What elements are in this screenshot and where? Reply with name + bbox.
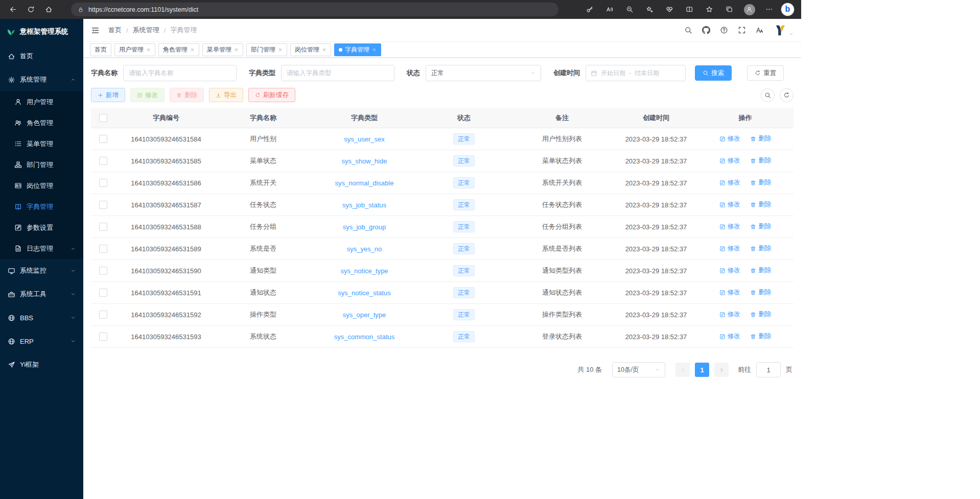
close-tab-icon[interactable] xyxy=(322,47,326,52)
dict-type-link[interactable]: sys_job_group xyxy=(343,223,386,231)
close-tab-icon[interactable] xyxy=(146,47,151,52)
edit-row-button[interactable]: 修改 xyxy=(719,222,740,231)
delete-row-button[interactable]: 删除 xyxy=(750,200,771,209)
sidebar-item-parameter-settings[interactable]: 参数设置 xyxy=(0,217,83,238)
sidebar-item-menu-management[interactable]: 菜单管理 xyxy=(0,133,83,154)
close-tab-icon[interactable] xyxy=(190,47,195,52)
page-number-current[interactable]: 1 xyxy=(695,363,709,377)
next-page-button[interactable] xyxy=(714,363,729,377)
refresh-cache-button[interactable]: 刷新缓存 xyxy=(248,88,295,102)
dict-name-input[interactable] xyxy=(123,65,237,81)
close-tab-icon[interactable] xyxy=(278,47,283,52)
select-all-checkbox[interactable] xyxy=(99,114,107,122)
search-button[interactable]: 搜索 xyxy=(695,65,732,81)
row-checkbox[interactable] xyxy=(99,332,107,341)
close-tab-icon[interactable] xyxy=(372,47,377,52)
search-icon[interactable] xyxy=(684,26,692,34)
dict-type-link[interactable]: sys_show_hide xyxy=(342,157,387,165)
sidebar-item-erp[interactable]: ERP xyxy=(0,329,83,353)
sidebar-item-log-management[interactable]: 日志管理 xyxy=(0,238,83,259)
help-icon[interactable] xyxy=(720,26,728,34)
dict-type-link[interactable]: sys_oper_type xyxy=(343,311,386,319)
edit-row-button[interactable]: 修改 xyxy=(719,288,740,297)
tab-role-management[interactable]: 角色管理 xyxy=(158,43,199,56)
row-checkbox[interactable] xyxy=(99,201,107,209)
prev-page-button[interactable] xyxy=(675,363,690,377)
sidebar-item-bbs[interactable]: BBS xyxy=(0,306,83,329)
sidebar-item-department-management[interactable]: 部门管理 xyxy=(0,154,83,175)
user-avatar-menu[interactable] xyxy=(774,23,794,37)
edit-row-button[interactable]: 修改 xyxy=(719,156,740,165)
delete-row-button[interactable]: 删除 xyxy=(750,310,771,319)
breadcrumb-home[interactable]: 首页 xyxy=(108,26,122,35)
row-checkbox[interactable] xyxy=(99,311,107,319)
sidebar-item-system-management[interactable]: 系统管理 xyxy=(0,68,83,91)
edit-row-button[interactable]: 修改 xyxy=(719,332,740,341)
browser-essentials-button[interactable] xyxy=(662,2,678,17)
browser-back-button[interactable] xyxy=(5,2,21,17)
add-button[interactable]: 新增 xyxy=(91,88,125,102)
sidebar-item-yi-framework[interactable]: Yi框架 xyxy=(0,353,83,376)
password-manager-button[interactable] xyxy=(582,2,598,17)
tab-user-management[interactable]: 用户管理 xyxy=(114,43,155,56)
delete-row-button[interactable]: 删除 xyxy=(750,244,771,253)
font-size-icon[interactable] xyxy=(756,26,764,34)
profile-button[interactable] xyxy=(741,2,757,17)
dict-type-link[interactable]: sys_normal_disable xyxy=(335,179,394,187)
delete-row-button[interactable]: 删除 xyxy=(750,266,771,275)
export-button[interactable]: 导出 xyxy=(209,88,243,102)
browser-refresh-button[interactable] xyxy=(23,2,39,17)
bing-icon[interactable] xyxy=(781,3,794,16)
sidebar-item-user-management[interactable]: 用户管理 xyxy=(0,91,83,112)
row-checkbox[interactable] xyxy=(99,245,107,253)
delete-row-button[interactable]: 删除 xyxy=(750,288,771,297)
row-checkbox[interactable] xyxy=(99,135,107,143)
sidebar-toggle-icon[interactable] xyxy=(91,26,100,35)
delete-row-button[interactable]: 删除 xyxy=(750,156,771,165)
sidebar-item-system-monitor[interactable]: 系统监控 xyxy=(0,259,83,282)
row-checkbox[interactable] xyxy=(99,289,107,297)
fullscreen-icon[interactable] xyxy=(738,26,746,34)
zoom-button[interactable] xyxy=(622,2,638,17)
sidebar-item-role-management[interactable]: 角色管理 xyxy=(0,112,83,133)
tab-home[interactable]: 首页 xyxy=(90,43,111,56)
dict-type-link[interactable]: sys_notice_status xyxy=(338,289,390,297)
page-size-select[interactable]: 10条/页 xyxy=(612,362,665,377)
edit-row-button[interactable]: 修改 xyxy=(719,244,740,253)
delete-button[interactable]: 删除 xyxy=(170,88,204,102)
close-tab-icon[interactable] xyxy=(234,47,239,52)
split-screen-button[interactable] xyxy=(682,2,697,17)
dict-type-input[interactable] xyxy=(281,65,394,81)
delete-row-button[interactable]: 删除 xyxy=(750,332,771,341)
edit-row-button[interactable]: 修改 xyxy=(719,134,740,143)
refresh-table-button[interactable] xyxy=(780,88,794,102)
sidebar-item-post-management[interactable]: 岗位管理 xyxy=(0,175,83,196)
tab-department-management[interactable]: 部门管理 xyxy=(246,43,287,56)
sidebar-item-dict-management[interactable]: 字典管理 xyxy=(0,196,83,217)
tab-menu-management[interactable]: 菜单管理 xyxy=(202,43,243,56)
sidebar-item-home[interactable]: 首页 xyxy=(0,44,83,68)
address-bar[interactable]: https://ccnetcore.com:1101/system/dict xyxy=(71,3,558,16)
edit-button[interactable]: 修改 xyxy=(130,88,165,102)
collections-button[interactable] xyxy=(721,2,737,17)
dict-type-link[interactable]: sys_yes_no xyxy=(347,245,382,253)
tab-post-management[interactable]: 岗位管理 xyxy=(290,43,331,56)
edit-row-button[interactable]: 修改 xyxy=(719,266,740,275)
add-favorite-button[interactable] xyxy=(642,2,658,17)
dict-type-link[interactable]: sys_notice_type xyxy=(340,267,388,275)
edit-row-button[interactable]: 修改 xyxy=(719,310,740,319)
read-aloud-button[interactable] xyxy=(602,2,618,17)
toggle-search-button[interactable] xyxy=(761,88,775,102)
delete-row-button[interactable]: 删除 xyxy=(750,222,771,231)
status-select[interactable]: 正常 xyxy=(426,65,541,81)
dict-type-link[interactable]: sys_user_sex xyxy=(344,135,384,143)
goto-page-input[interactable] xyxy=(756,362,781,377)
dict-type-link[interactable]: sys_common_status xyxy=(334,333,395,341)
app-logo[interactable]: 意框架管理系统 xyxy=(0,19,83,44)
row-checkbox[interactable] xyxy=(99,157,107,165)
github-icon[interactable] xyxy=(702,26,710,34)
more-menu-button[interactable] xyxy=(761,2,777,17)
sidebar-item-system-tools[interactable]: 系统工具 xyxy=(0,282,83,306)
browser-home-button[interactable] xyxy=(41,2,57,17)
favorites-button[interactable] xyxy=(702,2,717,17)
